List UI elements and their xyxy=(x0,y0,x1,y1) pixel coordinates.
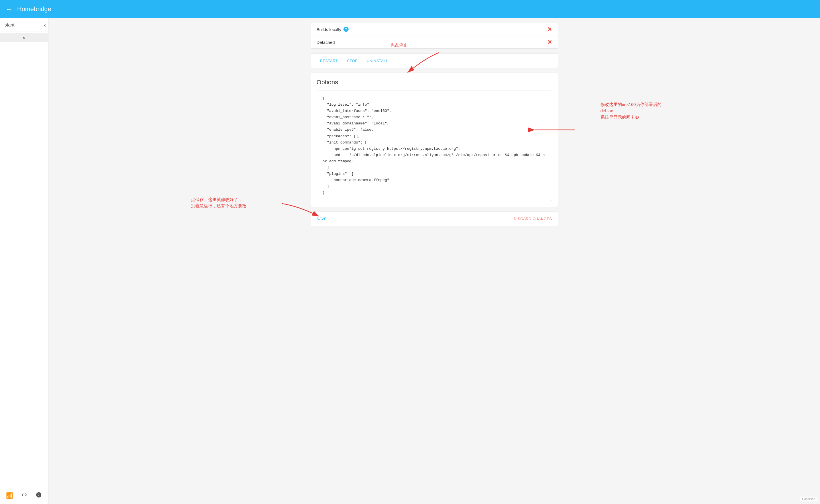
content-area: Builds locally ? ✕ Detached ✕ RESTART ST… xyxy=(48,18,820,504)
sidebar-app-label: stant xyxy=(5,22,15,28)
save-button[interactable]: SAVE xyxy=(317,217,327,221)
json-editor[interactable]: { "log_level": "info", "avahi_interfaces… xyxy=(317,91,552,201)
restart-button[interactable]: RESTART xyxy=(316,56,343,65)
back-button[interactable]: ← xyxy=(6,5,13,13)
header: ← Homebridge xyxy=(0,0,820,18)
options-card: Options { "log_level": "info", "avahi_in… xyxy=(311,73,558,207)
save-row: SAVE DISCARD CHANGES xyxy=(311,212,558,226)
builds-locally-label: Builds locally ? xyxy=(317,27,547,32)
uninstall-button[interactable]: UNINSTALL xyxy=(362,56,393,65)
main-layout: stant ‹ o 📶 xyxy=(0,18,820,504)
sidebar-icon-info[interactable] xyxy=(34,490,44,501)
back-arrow-icon: ← xyxy=(6,5,13,13)
action-buttons-row: RESTART STOP UNINSTALL xyxy=(311,53,558,68)
page-title: Homebridge xyxy=(17,5,51,13)
save-annotation-text: 点保存，这里就修改好了， 别着急运行，还有个地方要改 xyxy=(191,196,265,209)
sidebar: stant ‹ o 📶 xyxy=(0,18,48,504)
code-icon xyxy=(21,492,27,499)
builds-locally-value: ✕ xyxy=(547,26,552,33)
info-icon xyxy=(36,492,42,499)
network-annotation-text: 修改这里的ens160为你部署后的debian 系统里显示的网卡ID xyxy=(600,101,663,121)
detached-value: ✕ xyxy=(547,39,552,46)
sidebar-icon-wifi[interactable]: 📶 xyxy=(5,490,15,501)
chevron-left-icon: ‹ xyxy=(44,22,46,28)
info-card: Builds locally ? ✕ Detached ✕ xyxy=(311,23,558,49)
builds-locally-row: Builds locally ? ✕ xyxy=(311,23,558,36)
detached-label: Detached xyxy=(317,40,547,45)
sidebar-icon-code[interactable] xyxy=(19,490,29,501)
builds-locally-help-icon[interactable]: ? xyxy=(344,27,349,32)
content-inner: Builds locally ? ✕ Detached ✕ RESTART ST… xyxy=(306,23,563,238)
sidebar-icons-row: 📶 xyxy=(0,487,48,504)
stop-button[interactable]: STOP xyxy=(342,56,362,65)
detached-row: Detached ✕ xyxy=(311,36,558,48)
sidebar-collapse-button[interactable]: ‹ xyxy=(44,22,46,28)
sidebar-section-item: o xyxy=(0,33,48,42)
options-title: Options xyxy=(317,79,552,86)
wifi-icon: 📶 xyxy=(6,492,13,499)
watermark: HassBian xyxy=(800,497,817,501)
discard-button[interactable]: DISCARD CHANGES xyxy=(514,217,552,221)
